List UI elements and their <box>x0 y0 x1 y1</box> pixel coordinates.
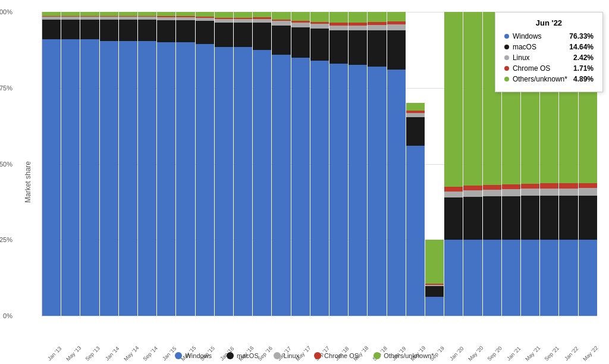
tooltip-dot <box>504 77 509 81</box>
tooltip-dot <box>504 66 509 71</box>
bar-segment-linux <box>387 24 406 30</box>
bar-segment-others <box>310 12 329 22</box>
bar-segment-chromeos <box>540 183 558 189</box>
tooltip-label: macOS <box>504 43 536 51</box>
bar-segment-macos <box>157 20 175 42</box>
bar-group <box>253 12 271 316</box>
legend-dot <box>314 352 321 359</box>
bar-segment-others <box>291 12 310 21</box>
tooltip-row: Chrome OS 1.71% <box>504 64 594 73</box>
tooltip-row: macOS 14.64% <box>504 43 594 51</box>
bar-segment-others <box>100 12 118 16</box>
tooltip-item-label: Chrome OS <box>513 64 550 73</box>
legend-item: Chrome OS <box>314 352 359 359</box>
bar-segment-macos <box>521 196 539 240</box>
bar-segment-linux <box>310 24 329 29</box>
bar-segment-chromeos <box>521 184 539 189</box>
bar-segment-macos <box>80 20 99 39</box>
bar-segment-others <box>253 12 271 17</box>
bar-segment-windows <box>502 240 520 316</box>
bar-segment-chromeos <box>483 185 501 190</box>
bar-segment-macos <box>406 117 425 146</box>
legend-label: Linux <box>284 352 299 359</box>
bar-segment-linux <box>540 189 558 196</box>
bar-segment-linux <box>559 189 577 196</box>
bar-segment-chromeos <box>444 187 463 191</box>
bar-group <box>329 12 348 316</box>
tooltip-item-label: Linux <box>513 54 530 62</box>
bar-group <box>368 12 386 316</box>
bar-group <box>157 12 175 316</box>
legend-item: Linux <box>274 352 299 359</box>
tooltip-item-value: 2.42% <box>573 54 594 62</box>
bar-group <box>463 12 482 316</box>
bar-segment-linux <box>579 188 597 195</box>
bar-group <box>80 12 99 316</box>
bar-segment-macos <box>463 197 482 240</box>
bar-segment-windows <box>483 240 501 316</box>
bar-segment-windows <box>215 47 233 316</box>
bar-segment-macos <box>253 23 271 50</box>
chart-container: Market share 100% 75% 50% 25% 0% Jan '13… <box>0 0 609 364</box>
bar-segment-windows <box>196 44 214 316</box>
bar-segment-linux <box>291 23 310 27</box>
tooltip-item-label: Others/unknown* <box>513 75 567 83</box>
bar-group <box>349 12 367 316</box>
bar-segment-others <box>387 12 406 21</box>
bar-group <box>42 12 61 316</box>
bar-segment-macos <box>579 196 597 240</box>
bar-segment-linux <box>444 192 463 197</box>
tooltip-label: Windows <box>504 32 542 40</box>
bar-segment-macos <box>444 197 463 240</box>
bar-segment-macos <box>100 20 118 41</box>
bar-segment-others <box>425 240 444 284</box>
bar-segment-macos <box>196 21 214 43</box>
bar-segment-macos <box>559 196 577 240</box>
bar-segment-windows <box>291 58 310 316</box>
bar-segment-windows <box>42 39 61 316</box>
y-label-50: 50% <box>0 161 12 168</box>
tooltip-dot <box>504 55 509 60</box>
bar-segment-macos <box>119 20 137 41</box>
bar-segment-chromeos <box>502 184 520 189</box>
chart-legend: Windows macOS Linux Chrome OS Others/unk… <box>0 352 609 359</box>
bar-group <box>61 12 80 316</box>
tooltip-item-value: 76.33% <box>569 32 594 40</box>
tooltip-dot <box>504 45 509 49</box>
bar-segment-windows <box>61 39 80 316</box>
bar-segment-linux <box>521 189 539 196</box>
bar-segment-macos <box>310 29 329 61</box>
tooltip-item-label: Windows <box>513 32 542 40</box>
bar-segment-macos <box>42 20 61 39</box>
tooltip-item-value: 4.89% <box>573 75 594 83</box>
legend-label: Others/unknown* <box>384 352 434 359</box>
bar-segment-macos <box>291 27 310 58</box>
legend-dot <box>175 352 182 359</box>
bar-segment-linux <box>349 26 367 30</box>
bar-segment-macos <box>368 30 386 67</box>
tooltip-label: Chrome OS <box>504 64 550 73</box>
bar-segment-windows <box>406 146 425 316</box>
tooltip-row: Others/unknown* 4.89% <box>504 75 594 83</box>
tooltip-item-value: 1.71% <box>573 64 594 73</box>
bar-segment-others <box>157 12 175 16</box>
bar-group <box>119 12 137 316</box>
legend-label: Chrome OS <box>324 352 359 359</box>
legend-dot <box>274 352 281 359</box>
bar-segment-linux <box>463 190 482 197</box>
bar-segment-macos <box>234 23 252 47</box>
bar-segment-others <box>42 12 61 16</box>
bar-segment-macos <box>349 30 367 65</box>
bar-segment-others <box>444 12 463 187</box>
bar-group <box>291 12 310 316</box>
bar-group <box>387 12 406 316</box>
y-label-75: 75% <box>0 84 12 92</box>
tooltip-dot <box>504 34 509 39</box>
bar-segment-windows <box>425 297 444 316</box>
bar-segment-windows <box>138 41 156 316</box>
bar-segment-windows <box>253 50 271 316</box>
bar-segment-others <box>272 12 290 20</box>
bar-group <box>444 12 463 316</box>
bar-segment-windows <box>119 41 137 316</box>
bar-group <box>425 12 444 316</box>
